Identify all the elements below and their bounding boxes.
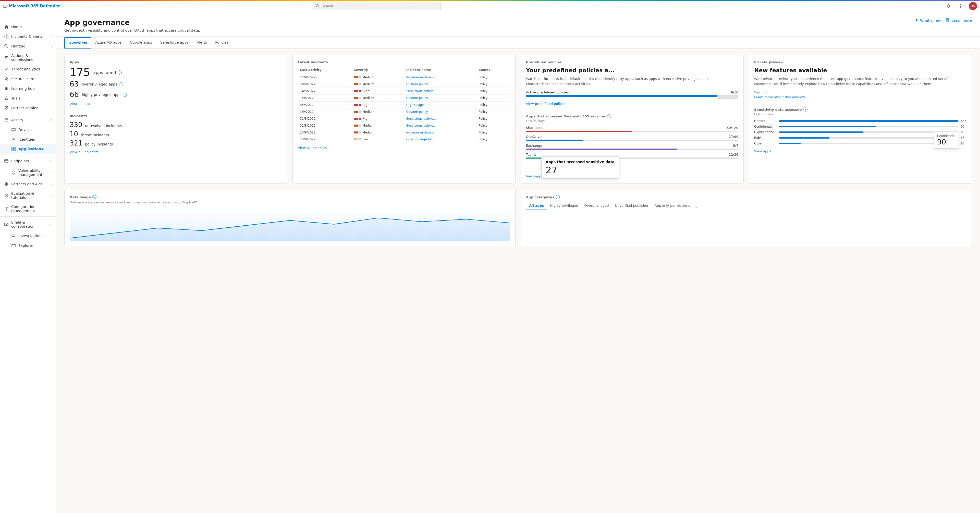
cell-name[interactable]: Overprivileged ap... xyxy=(404,136,477,143)
sidebar-item-evaluation[interactable]: Evaluation & tutorials › xyxy=(0,189,56,202)
predefined-title: Your predefined policies a... xyxy=(526,67,738,74)
sidebar-item-applications[interactable]: Applications xyxy=(0,144,56,154)
app-categories-info[interactable]: i xyxy=(555,195,560,199)
app-cat-tab-apponly[interactable]: App only permissions xyxy=(652,202,693,210)
sidebar-item-incidents[interactable]: Incidents & alerts › xyxy=(0,32,56,41)
cell-name[interactable]: Suspicious activit... xyxy=(404,88,477,95)
cell-name[interactable]: Custom policy xyxy=(404,95,477,102)
cell-name[interactable]: Custom policy xyxy=(404,81,477,88)
sidebar-item-endpoints[interactable]: Endpoints ∨ xyxy=(0,156,56,166)
sidebar-item-investigations[interactable]: Investigations xyxy=(0,231,56,241)
cell-name[interactable]: Custom policy xyxy=(404,108,477,115)
sidebar-item-trials[interactable]: Trials xyxy=(0,93,56,103)
app-cat-tab-highly[interactable]: Highly privileged xyxy=(547,202,581,210)
sens-label: Confidential xyxy=(754,125,777,128)
sidebar-item-vulnerability[interactable]: Vulnerability management › xyxy=(0,166,56,179)
sidebar-item-partner[interactable]: Partner catalog › xyxy=(0,103,56,113)
cell-source: Policy xyxy=(477,88,510,95)
view-all-apps-link[interactable]: View all apps xyxy=(70,102,282,106)
app-cat-tab-over[interactable]: Overprivileged xyxy=(581,202,612,210)
table-row[interactable]: 31/8/2022 Medium Suspicious activit... P… xyxy=(298,122,510,129)
sidebar-item-partners[interactable]: Partners and APIs › xyxy=(0,179,56,189)
sidebar-item-explorer[interactable]: Explorer xyxy=(0,241,56,250)
avatar[interactable]: RS xyxy=(969,2,977,10)
sparkle-icon xyxy=(915,18,918,22)
view-predefined-link[interactable]: View predefined policies xyxy=(526,102,738,106)
settings-button[interactable]: ⚙ xyxy=(944,2,953,10)
svg-rect-22 xyxy=(14,149,15,151)
table-row[interactable]: 1/9/2022 Medium Custom policy Policy xyxy=(298,108,510,115)
app-cat-tab-unverified[interactable]: Unverified publisher xyxy=(612,202,651,210)
learn-more-preview-link[interactable]: Learn more about this preview xyxy=(754,95,966,99)
tab-policies[interactable]: Policies xyxy=(211,37,232,48)
highly-privileged-info[interactable]: i xyxy=(123,92,127,97)
table-row[interactable]: 23/8/2022 Low Overprivileged ap... Polic… xyxy=(298,136,510,143)
sidebar-item-configuration[interactable]: Configuration management xyxy=(0,202,56,215)
topbar-right: ⚙ ? RS xyxy=(944,2,977,10)
table-row[interactable]: 7/9/2022 Medium Custom policy Policy xyxy=(298,95,510,102)
apps-found-info[interactable]: i xyxy=(118,70,122,75)
services-info[interactable]: i xyxy=(607,114,611,118)
sidebar-item-learning[interactable]: Learning hub xyxy=(0,84,56,93)
data-usage-info[interactable]: i xyxy=(92,195,97,199)
sidebar-collapse[interactable]: ☰ xyxy=(0,12,56,22)
sidebar-item-actions[interactable]: Actions & submissions › xyxy=(0,51,56,64)
cell-severity: Medium xyxy=(352,108,404,115)
cell-name[interactable]: Suspicious activit... xyxy=(404,122,477,129)
identities-icon xyxy=(11,137,16,142)
overprivileged-info[interactable]: i xyxy=(119,82,123,86)
cell-severity: Medium xyxy=(352,122,404,129)
table-row[interactable]: 23/8/2022 Medium Increase in data u... P… xyxy=(298,129,510,136)
score-icon xyxy=(4,76,9,81)
view-all-incidents-link-1[interactable]: View all incidents xyxy=(70,150,282,154)
cell-severity: Medium xyxy=(352,95,404,102)
tab-alerts[interactable]: Alerts xyxy=(192,37,211,48)
search-bar[interactable] xyxy=(313,2,441,10)
table-row[interactable]: 20/9/2022 Medium Custom policy Policy xyxy=(298,81,510,88)
sensitivity-info[interactable]: i xyxy=(803,107,808,112)
header-actions: What's new Learn more xyxy=(915,18,972,22)
sidebar-item-email[interactable]: Email & collaboration ∨ xyxy=(0,218,56,231)
sidebar-item-assets[interactable]: Assets ∨ xyxy=(0,115,56,125)
sidebar-item-home[interactable]: Home xyxy=(0,22,56,32)
tab-overview[interactable]: Overview xyxy=(64,37,91,48)
cell-name[interactable]: Increase in data u... xyxy=(404,74,477,81)
usage-chart-svg xyxy=(70,210,510,241)
table-row[interactable]: 31/8/2022 High Suspicious activit... Pol… xyxy=(298,115,510,122)
view-apps-link-2[interactable]: View apps xyxy=(754,149,966,153)
more-icon[interactable]: ... xyxy=(693,202,700,210)
tab-google[interactable]: Google apps xyxy=(126,37,156,48)
tab-salesforce[interactable]: Salesforce apps xyxy=(156,37,192,48)
table-row[interactable]: 22/9/2022 Medium Increase in data u... P… xyxy=(298,74,510,81)
chevron-icon: › xyxy=(51,194,52,197)
whats-new-link[interactable]: What's new xyxy=(915,18,941,22)
nav-divider-2 xyxy=(0,155,56,155)
sens-bar-bg xyxy=(779,131,958,133)
sidebar-item-devices[interactable]: Devices xyxy=(0,125,56,134)
sidebar-item-identities[interactable]: Identities xyxy=(0,134,56,144)
search-input[interactable] xyxy=(321,4,438,8)
sign-up-link[interactable]: Sign up xyxy=(754,90,966,94)
cell-severity: Medium xyxy=(352,129,404,136)
view-all-incidents-link-2[interactable]: View all incidents xyxy=(298,146,510,150)
sidebar-item-threat[interactable]: Threat analytics xyxy=(0,64,56,74)
sidebar-item-score[interactable]: Secure score xyxy=(0,74,56,84)
home-icon xyxy=(4,24,9,29)
tab-azure-ad[interactable]: Azure AD apps xyxy=(91,37,126,48)
unresolved-row: 330 unresolved incidents xyxy=(70,121,282,129)
sens-label: Highly confid... xyxy=(754,131,777,134)
table-row[interactable]: 3/9/2022 High High Usage Policy xyxy=(298,102,510,108)
cell-name[interactable]: High Usage xyxy=(404,102,477,108)
app-cat-tab-all[interactable]: All apps xyxy=(526,202,547,210)
predefined-card: Predefined policies Your predefined poli… xyxy=(520,55,744,183)
page-title-area: App governance Get in-depth visibility a… xyxy=(64,18,200,32)
svg-point-30 xyxy=(12,234,14,237)
sidebar-item-hunting[interactable]: Hunting › xyxy=(0,41,56,51)
table-row[interactable]: 14/9/2022 High Suspicious activit... Pol… xyxy=(298,88,510,95)
actions-icon xyxy=(4,56,9,60)
cell-name[interactable]: Suspicious activit... xyxy=(404,115,477,122)
learn-more-link[interactable]: Learn more xyxy=(946,18,972,22)
waffle-icon[interactable]: ⊞ xyxy=(3,3,7,9)
cell-name[interactable]: Increase in data u... xyxy=(404,129,477,136)
help-button[interactable]: ? xyxy=(956,2,965,10)
